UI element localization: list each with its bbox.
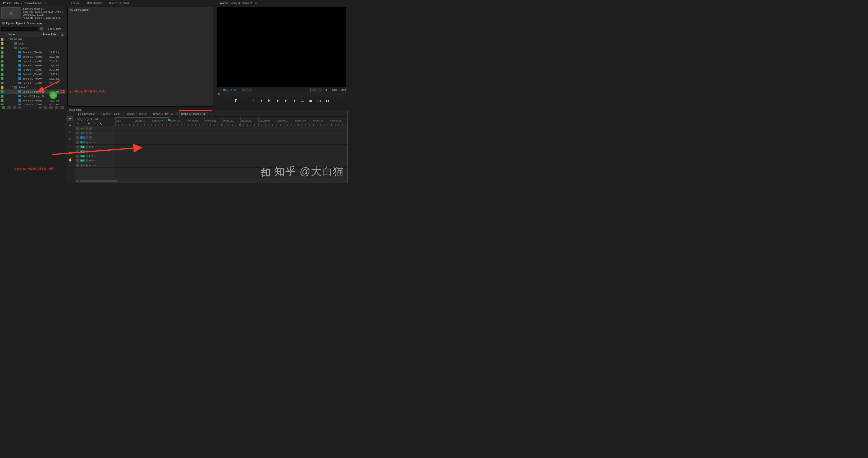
color-tag[interactable] bbox=[1, 51, 3, 54]
timeline-timecode[interactable]: 00;00;01;14 bbox=[77, 117, 113, 121]
mute-button[interactable]: M bbox=[89, 141, 91, 144]
razor-tool[interactable]: ✂ bbox=[67, 136, 73, 142]
timeline-tab[interactable]: Scene 01_Text 02 bbox=[124, 112, 150, 116]
bin-row[interactable]: Scene 02 bbox=[0, 85, 65, 90]
tab-effect-controls[interactable]: Effect Controls bbox=[84, 1, 103, 5]
solo-button[interactable]: S bbox=[92, 150, 93, 153]
clip-row[interactable]: Scene 02_Image 0229,97 fps bbox=[0, 94, 65, 98]
chevron-icon[interactable] bbox=[7, 38, 10, 40]
new-item-button[interactable] bbox=[60, 106, 64, 109]
export-frame-button[interactable] bbox=[317, 99, 321, 103]
lock-icon[interactable] bbox=[76, 146, 79, 148]
freeform-view-icon[interactable] bbox=[19, 106, 21, 109]
mark-in-button[interactable] bbox=[234, 99, 238, 103]
track-lane[interactable] bbox=[115, 154, 347, 158]
sync-lock-icon[interactable] bbox=[86, 150, 88, 153]
track-target[interactable]: A6 bbox=[80, 164, 85, 166]
program-timecode[interactable]: 00;00;00;00 bbox=[218, 88, 238, 92]
track-body[interactable] bbox=[115, 126, 347, 179]
solo-button[interactable]: S bbox=[92, 141, 93, 144]
lock-icon[interactable] bbox=[76, 164, 79, 167]
step-back-button[interactable] bbox=[267, 99, 272, 103]
zoom-handle-left[interactable] bbox=[76, 180, 79, 182]
lock-icon[interactable] bbox=[76, 127, 79, 130]
new-bin-button[interactable] bbox=[55, 106, 58, 109]
voiceover-icon[interactable]: ● bbox=[94, 159, 96, 162]
track-target[interactable]: V1 bbox=[80, 136, 85, 139]
add-marker-icon[interactable]: ⬣ bbox=[88, 122, 91, 125]
bin-row[interactable]: 01 Edit bbox=[0, 37, 65, 41]
go-to-out-button[interactable] bbox=[292, 99, 296, 103]
panel-menu-icon[interactable]: ≡ bbox=[44, 2, 46, 4]
clip-row[interactable]: Scene 01_Text 0329,97 fps bbox=[0, 59, 65, 63]
track-target[interactable]: A1 bbox=[80, 141, 85, 144]
mark-clip-button[interactable] bbox=[251, 99, 255, 103]
clip-row[interactable]: Scene 01_Text 0829,97 fps bbox=[0, 81, 65, 85]
chevron-icon[interactable] bbox=[11, 42, 14, 45]
color-tag[interactable] bbox=[1, 47, 3, 49]
selection-tool[interactable]: ▸ bbox=[67, 116, 73, 121]
timeline-tab[interactable]: Scene 01_Text 01 bbox=[98, 112, 124, 116]
sync-lock-icon[interactable] bbox=[86, 136, 88, 139]
track-lane[interactable] bbox=[115, 126, 347, 131]
color-tag[interactable] bbox=[1, 86, 3, 89]
video-track-header[interactable]: V3 bbox=[75, 126, 115, 131]
track-lane[interactable] bbox=[115, 135, 347, 140]
audio-track-header[interactable]: A6MS● bbox=[75, 163, 115, 167]
track-lane[interactable] bbox=[115, 140, 347, 145]
clip-row[interactable]: Scene 01_Text 0629,97 fps bbox=[0, 72, 65, 76]
extract-button[interactable] bbox=[309, 99, 313, 103]
playhead-icon[interactable] bbox=[218, 93, 220, 95]
tab-effects[interactable]: Effects bbox=[70, 1, 80, 5]
collapse-icon[interactable]: ▸ bbox=[210, 8, 211, 11]
color-tag[interactable] bbox=[1, 68, 3, 71]
clip-row[interactable]: Scene 01_Text 0229,97 fps bbox=[0, 54, 65, 59]
panel-menu-icon[interactable]: ≡ bbox=[255, 2, 257, 4]
track-select-tool[interactable]: ⇥ bbox=[67, 123, 73, 128]
chevron-icon[interactable] bbox=[11, 86, 14, 89]
project-tree[interactable]: 01 EditColorScene 01Scene 01_Text 0129,9… bbox=[0, 37, 65, 105]
ripple-edit-tool[interactable]: ⇄ bbox=[67, 130, 73, 135]
clip-thumbnail[interactable] bbox=[1, 7, 21, 19]
lock-icon[interactable] bbox=[76, 141, 79, 144]
icon-view-icon[interactable] bbox=[13, 106, 16, 109]
color-tag[interactable] bbox=[1, 73, 3, 75]
timeline-tab[interactable]: × Scene 02_Image 01 ≡ bbox=[176, 112, 208, 116]
snap-icon[interactable]: ❄ bbox=[77, 122, 80, 125]
color-tag[interactable] bbox=[1, 99, 3, 102]
track-lane[interactable] bbox=[115, 145, 347, 149]
lock-icon[interactable] bbox=[76, 150, 79, 153]
video-track-header[interactable]: V1 bbox=[75, 135, 115, 140]
type-tool[interactable]: T bbox=[67, 164, 73, 169]
sync-lock-icon[interactable] bbox=[86, 159, 88, 162]
sync-lock-icon[interactable] bbox=[86, 146, 88, 148]
sync-lock-icon[interactable] bbox=[86, 141, 88, 144]
timeline-tab[interactable]: Scene 01_Text 03 bbox=[150, 112, 176, 116]
timeline-zoom-bar[interactable] bbox=[75, 179, 347, 183]
track-lane[interactable] bbox=[115, 131, 347, 135]
clip-row[interactable]: Scene 01_Text 0529,97 fps bbox=[0, 67, 65, 72]
lock-icon[interactable] bbox=[76, 136, 79, 139]
mute-button[interactable]: M bbox=[89, 150, 91, 153]
col-name[interactable]: Name bbox=[0, 33, 43, 36]
chevron-icon[interactable] bbox=[11, 47, 14, 49]
bin-row[interactable]: Color bbox=[0, 41, 65, 45]
comparison-view-button[interactable] bbox=[326, 99, 330, 103]
mark-out-button[interactable] bbox=[242, 99, 247, 103]
slip-tool[interactable]: ↔ bbox=[67, 144, 73, 149]
audio-track-header[interactable]: A2MS● bbox=[75, 145, 115, 149]
program-scrubber[interactable] bbox=[218, 93, 346, 97]
clip-row[interactable]: Scene 02_Text 0129,97 fps bbox=[0, 98, 65, 103]
step-forward-button[interactable] bbox=[284, 99, 288, 103]
audio-track-header[interactable]: A4MS● bbox=[75, 154, 115, 158]
track-target[interactable]: V3 bbox=[80, 127, 85, 130]
zoom-select[interactable]: Fit▾ bbox=[241, 88, 252, 92]
color-tag[interactable] bbox=[1, 38, 3, 40]
pen-tool[interactable]: ✎ bbox=[67, 150, 73, 155]
bin-row[interactable]: Scene 01 bbox=[0, 45, 65, 50]
sync-lock-icon[interactable] bbox=[86, 132, 88, 134]
solo-button[interactable]: S bbox=[92, 146, 93, 148]
color-tag[interactable] bbox=[1, 60, 3, 62]
lock-icon[interactable] bbox=[76, 155, 79, 157]
track-target[interactable]: A3 bbox=[80, 150, 85, 153]
